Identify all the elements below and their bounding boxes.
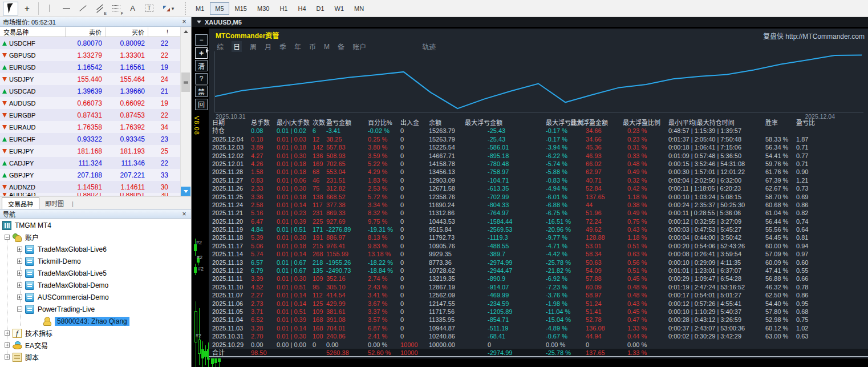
expand-plus-icon[interactable] (17, 283, 22, 288)
panel-menu-item-9[interactable]: 账户 (352, 42, 366, 51)
panel-menu-item-7[interactable]: M (324, 43, 330, 51)
expand-plus-icon[interactable] (17, 247, 22, 252)
market-watch-row[interactable]: CADJPY111.324111.34622 (0, 157, 180, 169)
sidebar-item-trademaxglobal-demo[interactable]: TradeMaxGlobal-Demo (0, 279, 191, 291)
close-icon[interactable]: × (180, 210, 188, 218)
sidebar-item-auscommercial-demo[interactable]: AUSCommercial-Demo (0, 291, 191, 303)
sidebar-item-tickmill-demo[interactable]: Tickmill-Demo (0, 255, 191, 267)
table-row[interactable]: 2025.11.206.470.01 | 0.39225927.699.75 %… (209, 217, 868, 225)
column-header-symbol[interactable]: 交易品种 (0, 27, 66, 37)
table-row[interactable]: 2025.12.024.270.01 | 0.30136508.933.59 %… (209, 152, 868, 160)
scroll-up-icon[interactable] (181, 27, 190, 37)
market-watch-row[interactable]: USDJPY155.440155.46424 (0, 73, 180, 85)
market-watch-row[interactable]: GBPUSD1.332791.3330122 (0, 49, 180, 61)
sidebar-item-trademaxglobal-live5[interactable]: TradeMaxGlobal-Live5 (0, 267, 191, 279)
expand-plus-icon[interactable] (5, 330, 10, 336)
panel-menu-item-6[interactable]: 币 (309, 42, 316, 51)
table-total-row[interactable]: 合计98.505260.3852.60 %10000-2974.99-25.78… (209, 349, 868, 357)
table-row[interactable]: 2025.11.136.570.01 | 0.67218-1955.26-18.… (209, 259, 868, 267)
market-watch-row[interactable]: EURUSD1.165421.1656119 (0, 61, 180, 73)
market-watch-row[interactable]: EURAUD1.763581.7639234 (0, 121, 180, 133)
vertical-line-tool-button[interactable] (42, 2, 58, 15)
panel-menu-item-8[interactable]: 备 (338, 42, 344, 51)
sidebar-item--[interactable]: 技术指标 (0, 327, 191, 339)
timeframe-button-mn[interactable]: MN (350, 2, 368, 15)
table-row[interactable]: 2025.11.253.360.01 | 0.18138668.525.72 %… (209, 193, 868, 201)
text-label-tool-button[interactable]: T (141, 2, 157, 15)
table-row[interactable]: 2025.11.046.520.01 | 0.39168391.083.57 %… (209, 316, 868, 324)
disable-button[interactable]: 禁 (195, 86, 208, 97)
table-row[interactable]: 2025.11.185.390.01 | 0.30191886.978.13 %… (209, 233, 868, 241)
text-tool-button[interactable]: A (125, 2, 140, 15)
sidebar-item--[interactable]: 账户 (0, 231, 191, 243)
panel-menu-item-4[interactable]: 季 (279, 42, 286, 51)
sidebar-item-58000243-zhao-qiang[interactable]: 58000243: Zhao Qiang (0, 315, 191, 327)
table-row[interactable]: 2025.11.145.740.01 | 0.142681155.9913.18… (209, 250, 868, 258)
expand-plus-icon[interactable] (17, 271, 22, 276)
minimize-button[interactable]: − (195, 34, 208, 46)
panel-menu-item-3[interactable]: 月 (265, 42, 271, 51)
table-row[interactable]: 2025.12.040.180.01 | 0.031238.250.25 %01… (209, 135, 868, 143)
fibonacci-tool-button[interactable]: F (108, 2, 124, 15)
column-header-ask[interactable]: 买价 (106, 27, 148, 37)
market-watch-row[interactable]: AUDNZD1.145811.1461130 (0, 181, 180, 193)
tab-tick-chart[interactable]: 即时图 (39, 197, 70, 209)
table-row[interactable]: 2025.10.312.700.01 | 0.30100240.862.41 %… (209, 332, 868, 340)
market-watch-scrollbar[interactable] (180, 27, 190, 196)
trendline-tool-button[interactable] (75, 2, 91, 15)
crosshair-tool-button[interactable]: + (19, 2, 35, 15)
panel-menu-item-0[interactable]: 综 (217, 42, 224, 51)
expand-plus-icon[interactable] (5, 342, 10, 348)
sidebar-item-powertrading-live[interactable]: PowerTrading-Live (0, 303, 191, 315)
help-button[interactable]: ? (195, 73, 208, 84)
table-row[interactable]: 2025.11.262.330.01 | 0.3075312.822.53 %0… (209, 184, 868, 192)
table-row[interactable]: 2025.10.290.000.00 | 0.0000.000.00 %1000… (209, 341, 868, 349)
table-row[interactable]: 2025.11.175.060.01 | 0.18215976.419.83 %… (209, 242, 868, 250)
table-row[interactable]: 持仓0.080.01 | 0.026-3.41-0.02 %015263.79-… (209, 127, 868, 135)
table-row[interactable]: 2025.11.281.580.01 | 0.1868553.044.29 %0… (209, 168, 868, 176)
table-row[interactable]: 2025.11.104.520.01 | 0.5195305.102.43 %0… (209, 283, 868, 291)
expand-plus-icon[interactable] (17, 259, 22, 264)
close-icon[interactable]: × (180, 18, 188, 26)
market-watch-row[interactable]: USDCAD1.396391.3966021 (0, 85, 180, 97)
table-row[interactable]: 2025.11.033.280.01 | 0.14168704.016.87 %… (209, 324, 868, 332)
watermark-link[interactable]: 复盘侠 http://MTCommander.com (763, 31, 865, 41)
table-row[interactable]: 2025.11.113.390.01 | 0.30109352.162.74 %… (209, 275, 868, 283)
sidebar-item-tmgm-mt4[interactable]: TMGM MT4 (0, 219, 191, 231)
expand-plus-icon[interactable] (17, 295, 22, 300)
column-header-spread[interactable]: ! (148, 29, 173, 35)
arrows-tool-button[interactable]: ▾ (158, 2, 179, 15)
market-watch-row[interactable]: AUDUSD0.660730.6609219 (0, 97, 180, 109)
table-row[interactable]: 2025.11.194.840.01 | 0.51171-2276.89-19.… (209, 225, 868, 233)
timeframe-button-w1[interactable]: W1 (330, 2, 349, 15)
chart-titlebar[interactable]: XAUUSD,M5 (192, 17, 868, 27)
clear-button[interactable]: 清 (195, 60, 208, 71)
table-row[interactable]: 2025.11.126.790.01 | 0.67135-2490.73-18.… (209, 267, 868, 275)
chart-body[interactable]: #2#2#2#2 −+清?禁回 V8.08 MTCommander资管 复盘侠 … (192, 27, 868, 367)
market-watch-row[interactable]: GBPJPY207.188207.22133 (0, 169, 180, 181)
tab-symbols[interactable]: 交易品种 (2, 197, 39, 209)
table-row[interactable]: 2025.12.033.890.01 | 0.18142557.833.80 %… (209, 143, 868, 151)
market-watch-row[interactable]: USDCHF0.800700.8009222 (0, 37, 180, 49)
timeframe-button-m5[interactable]: M5 (210, 2, 229, 15)
channel-tool-button[interactable]: E (92, 2, 107, 15)
restore-button[interactable]: 回 (195, 99, 208, 110)
sidebar-item-trademaxglobal-live6[interactable]: TradeMaxGlobal-Live6 (0, 243, 191, 255)
table-row[interactable]: 2025.11.053.710.01 | 0.51109381.613.37 %… (209, 308, 868, 316)
panel-menu-item-10[interactable]: 轨迹 (422, 42, 436, 51)
cursor-tool-button[interactable] (3, 2, 18, 15)
market-watch-row[interactable]: EURCHF0.933220.9334523 (0, 133, 180, 145)
market-watch-row[interactable]: EURJPY181.168181.19325 (0, 145, 180, 157)
timeframe-button-m15[interactable]: M15 (230, 2, 252, 15)
toolbar-drag-handle[interactable] (185, 2, 187, 15)
panel-menu-item-5[interactable]: 年 (294, 42, 301, 51)
table-row[interactable]: 2025.11.242.580.01 | 0.14117377.383.34 %… (209, 201, 868, 209)
column-header-bid[interactable]: 卖价 (66, 27, 106, 37)
table-row[interactable]: 2025.11.062.730.01 | 0.14125429.993.67 %… (209, 300, 868, 308)
sidebar-item-ea-[interactable]: EA交易 (0, 339, 191, 351)
expand-plus-icon[interactable] (5, 354, 10, 360)
sidebar-item--[interactable]: 脚本 (0, 351, 191, 363)
scrollbar-thumb[interactable] (181, 72, 190, 92)
table-row[interactable]: 2025.11.270.830.01 | 0.0646231.511.83 %0… (209, 176, 868, 184)
timeframe-button-m30[interactable]: M30 (253, 2, 274, 15)
